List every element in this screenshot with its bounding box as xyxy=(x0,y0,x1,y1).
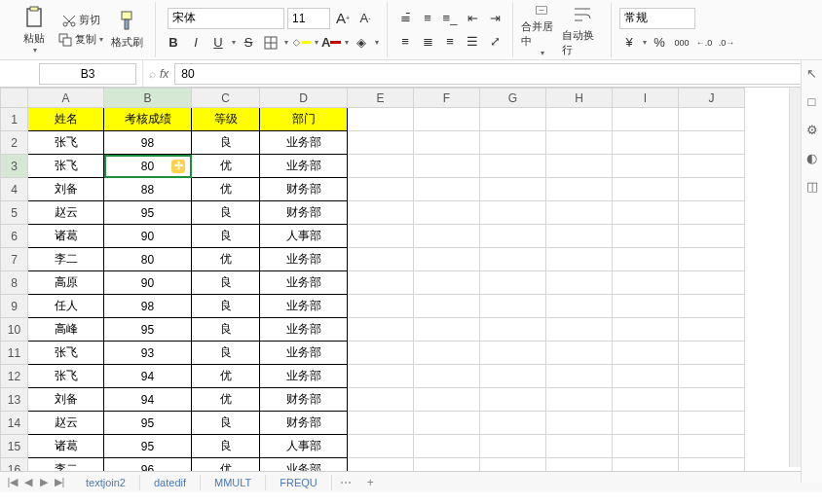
cell-H9[interactable] xyxy=(546,295,613,318)
cell-C12[interactable]: 优 xyxy=(192,365,260,388)
cell-E8[interactable] xyxy=(348,271,414,295)
cell-C15[interactable]: 良 xyxy=(192,435,260,458)
orientation-button[interactable]: ⤢ xyxy=(485,32,504,52)
cell-G4[interactable] xyxy=(480,178,546,201)
cell-B12[interactable]: 94 xyxy=(104,365,192,388)
cell-B10[interactable]: 95 xyxy=(104,318,192,342)
cell-J14[interactable] xyxy=(679,412,745,435)
cell-G11[interactable] xyxy=(480,342,546,365)
bold-button[interactable]: B xyxy=(164,33,183,53)
cell-E4[interactable] xyxy=(348,178,414,201)
row-header-7[interactable]: 7 xyxy=(1,248,28,271)
fx-button[interactable]: fx xyxy=(160,67,168,81)
cursor-icon[interactable]: ↖ xyxy=(806,66,817,81)
cell-I9[interactable] xyxy=(613,295,679,318)
settings-icon[interactable]: ⚙ xyxy=(806,123,818,137)
cell-J11[interactable] xyxy=(679,342,745,365)
sheet-tab-datedif[interactable]: datedif xyxy=(140,475,201,490)
sheet-tab-textjoin2[interactable]: textjoin2 xyxy=(72,475,140,490)
properties-icon[interactable]: ◐ xyxy=(806,151,817,165)
font-size-select[interactable] xyxy=(287,8,330,29)
cell-H12[interactable] xyxy=(546,365,613,388)
cell-A12[interactable]: 张飞 xyxy=(28,365,104,388)
cell-E10[interactable] xyxy=(348,318,414,342)
cell-H3[interactable] xyxy=(546,155,613,178)
cell-J12[interactable] xyxy=(679,365,745,388)
column-header-I[interactable]: I xyxy=(613,89,679,108)
cell-H1[interactable] xyxy=(546,108,613,131)
row-header-15[interactable]: 15 xyxy=(1,435,28,458)
cell-G6[interactable] xyxy=(480,225,546,248)
cell-J3[interactable] xyxy=(679,155,745,178)
cell-B4[interactable]: 88 xyxy=(104,178,192,201)
cell-A13[interactable]: 刘备 xyxy=(28,388,104,412)
sheet-more-button[interactable]: ⋯ xyxy=(332,476,359,489)
row-header-3[interactable]: 3 xyxy=(1,155,28,178)
cell-F7[interactable] xyxy=(414,248,480,271)
strikethrough-button[interactable]: S xyxy=(239,33,258,53)
cell-I2[interactable] xyxy=(613,131,679,155)
select-icon[interactable]: □ xyxy=(808,94,816,109)
justify-button[interactable]: ☰ xyxy=(463,32,482,52)
cell-G10[interactable] xyxy=(480,318,546,342)
merge-center-button[interactable]: 合并居中▾ xyxy=(521,3,562,57)
cell-E12[interactable] xyxy=(348,365,414,388)
number-format-select[interactable] xyxy=(619,8,695,29)
thousands-button[interactable]: 000 xyxy=(672,33,691,53)
font-name-select[interactable] xyxy=(168,8,284,29)
cell-G7[interactable] xyxy=(480,248,546,271)
row-header-12[interactable]: 12 xyxy=(1,365,28,388)
cell-F1[interactable] xyxy=(414,108,480,131)
cell-E11[interactable] xyxy=(348,342,414,365)
column-header-G[interactable]: G xyxy=(480,89,546,108)
increase-font-button[interactable]: A+ xyxy=(333,9,353,28)
cell-H11[interactable] xyxy=(546,342,613,365)
cell-B13[interactable]: 94 xyxy=(104,388,192,412)
cell-J8[interactable] xyxy=(679,271,745,295)
row-header-1[interactable]: 1 xyxy=(1,108,28,131)
cell-A11[interactable]: 张飞 xyxy=(28,342,104,365)
cell-A2[interactable]: 张飞 xyxy=(28,131,104,155)
font-color-button[interactable]: A xyxy=(321,33,341,53)
cell-I11[interactable] xyxy=(613,342,679,365)
row-header-14[interactable]: 14 xyxy=(1,412,28,435)
cell-F11[interactable] xyxy=(414,342,480,365)
cell-A9[interactable]: 任人 xyxy=(28,295,104,318)
decrease-font-button[interactable]: A- xyxy=(355,9,375,28)
cell-D8[interactable]: 业务部 xyxy=(260,271,348,295)
cell-D2[interactable]: 业务部 xyxy=(260,131,348,155)
cell-J1[interactable] xyxy=(679,108,745,131)
cell-I6[interactable] xyxy=(613,225,679,248)
cell-C7[interactable]: 优 xyxy=(192,248,260,271)
cell-J2[interactable] xyxy=(679,131,745,155)
cell-G9[interactable] xyxy=(480,295,546,318)
cell-F4[interactable] xyxy=(414,178,480,201)
cell-A15[interactable]: 诸葛 xyxy=(28,435,104,458)
cell-E14[interactable] xyxy=(348,412,414,435)
cell-C5[interactable]: 良 xyxy=(192,201,260,225)
cell-C9[interactable]: 良 xyxy=(192,295,260,318)
cell-C13[interactable]: 优 xyxy=(192,388,260,412)
fill-color-button[interactable] xyxy=(291,33,311,53)
cell-F16[interactable] xyxy=(414,458,480,472)
cell-G5[interactable] xyxy=(480,201,546,225)
copy-button[interactable]: 复制▾ xyxy=(55,31,106,49)
cell-D6[interactable]: 人事部 xyxy=(260,225,348,248)
cell-G8[interactable] xyxy=(480,271,546,295)
percent-button[interactable]: % xyxy=(650,33,669,53)
cell-F15[interactable] xyxy=(414,435,480,458)
cell-F9[interactable] xyxy=(414,295,480,318)
cell-A8[interactable]: 高原 xyxy=(28,271,104,295)
wrap-text-button[interactable]: 自动换行 xyxy=(562,3,603,57)
format-painter-button[interactable]: 格式刷 xyxy=(106,3,147,57)
row-header-5[interactable]: 5 xyxy=(1,201,28,225)
cell-I7[interactable] xyxy=(613,248,679,271)
cell-D4[interactable]: 财务部 xyxy=(260,178,348,201)
align-middle-button[interactable]: ≡ xyxy=(418,9,437,28)
sheet-nav-next[interactable]: ▶ xyxy=(37,476,51,488)
underline-button[interactable]: U xyxy=(208,33,228,53)
align-left-button[interactable]: ≡ xyxy=(395,32,415,52)
align-right-button[interactable]: ≡ xyxy=(440,32,460,52)
cell-F14[interactable] xyxy=(414,412,480,435)
cell-H4[interactable] xyxy=(546,178,613,201)
